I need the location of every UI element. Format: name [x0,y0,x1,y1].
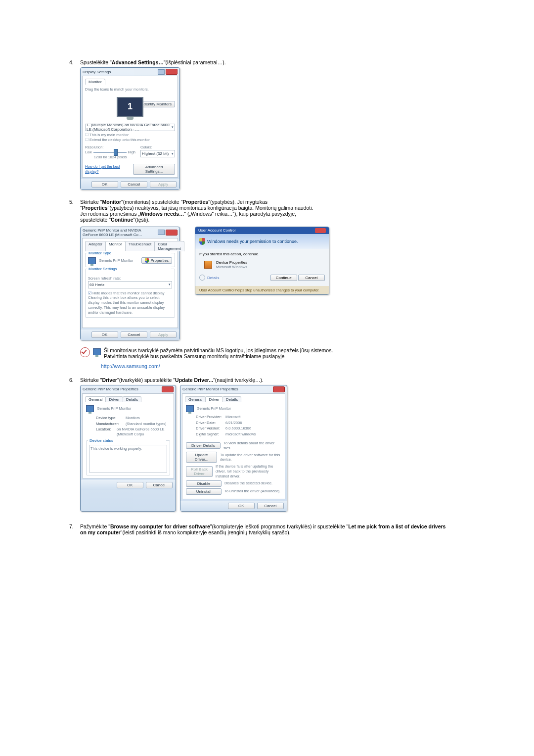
monsettings-label: Monitor Settings [87,267,171,271]
chevron-down-icon: ▾ [172,125,174,129]
step-7: 7. Pažymėkite "Browse my computer for dr… [69,523,450,535]
ok-button[interactable]: OK [228,503,255,509]
shield-icon [199,238,205,245]
cancel-button[interactable]: Cancel [121,331,147,338]
close-icon[interactable] [166,69,178,75]
monitor-icon [86,405,94,412]
pg-name: Generic PnP Monitor [97,406,131,411]
ok-button[interactable]: OK [91,181,118,188]
step-5-number: 5. [69,199,80,369]
monitor-icon [93,348,101,355]
maximize-icon[interactable] [158,230,165,235]
s7-e: "(leisti pasirinkti iš mano kompiuteryje… [121,529,291,535]
monitor-1-icon[interactable]: 1 [117,97,143,117]
ds-chk-extend[interactable]: Extend the desktop onto this monitor [85,138,175,142]
pd-name: Generic PnP Monitor [197,406,231,411]
tab-details[interactable]: Details [222,396,241,402]
tab-colormgmt[interactable]: Color Management [154,241,184,251]
note2: Patvirtinta tvarkyklė bus paskelbta Sams… [104,353,284,359]
s6-c: "(tvarkyklė) spustelėkite " [117,377,175,383]
best-display-link[interactable]: How do I get the best display? [85,164,133,174]
s6-d: Update Driver... [175,377,213,383]
tab-driver[interactable]: Driver [105,396,123,402]
uninstall-button[interactable]: Uninstall [186,488,222,495]
pg-title: Generic PnP Monitor Properties [83,387,161,391]
samsung-link[interactable]: http://www.samsung.com/ [101,363,160,369]
details-toggle[interactable]: Details [207,276,219,280]
chevron-down-icon: ▾ [169,283,171,286]
s5-c: "(monitorius) spustelėkite " [121,199,182,205]
cancel-button[interactable]: Cancel [121,181,147,188]
step-4-number: 4. [69,59,80,190]
cancel-button[interactable]: Cancel [257,503,284,509]
high-label: High [128,150,135,155]
tab-details[interactable]: Details [123,396,141,402]
v-sign: microsoft windows [225,432,256,437]
chevron-down-icon[interactable] [199,275,205,281]
s6-e: "(naujinti tvarkyklę…). [213,377,264,383]
step-6: 6. Skirtuke "Driver"(tvarkyklė) spustelė… [69,377,450,512]
uac-title: User Account Control [198,228,314,233]
update-driver-button[interactable]: Update Driver... [186,452,217,463]
close-icon[interactable] [162,386,174,392]
tab-troubleshoot[interactable]: Troubleshoot [125,241,155,251]
res-slider[interactable] [93,152,127,153]
s7-c: "(kompiuteryje ieškoti programos tvarkyk… [210,523,348,529]
note1: Ši monitoriaus tvarkyklė pažymėta patvir… [104,347,333,353]
cancel-button[interactable]: Cancel [146,482,173,488]
mp-title: Generic PnP Monitor and NVIDIA GeForce 6… [83,228,157,237]
refresh-label: Screen refresh rate: [88,276,172,281]
s5-k: “ („Windows“ reikia…“), kaip parodyta pa… [184,211,296,217]
s5-e: "(ypatybės). Jei mygtukas [208,199,267,205]
s5-h: "(ypatybės) neaktyvus, tai jūsų monitori… [108,205,313,211]
tab-driver[interactable]: Driver [205,396,222,402]
display-settings-dialog: Display Settings Monitor Drag the icons … [80,67,180,190]
ok-button[interactable]: OK [91,331,118,338]
driver-details-button[interactable]: Driver Details [186,442,221,449]
devstatus-box: This device is working properly. [89,445,167,472]
adapter-dropdown[interactable]: 1. (Multiple Monitors) on NVIDIA GeForce… [85,124,175,131]
uac-footer: User Account Control helps stop unauthor… [195,286,329,294]
ds-chk-main[interactable]: This is my main monitor [85,133,175,138]
close-icon[interactable] [273,386,285,392]
tab-general[interactable]: General [185,396,206,402]
step-4-bold: Advanced Settings… [112,59,164,65]
app-icon [204,261,212,269]
tab-monitor[interactable]: Monitor [105,241,126,251]
v-devtype: Monitors [126,416,140,421]
step-4-t2: "(išplėstiniai parametrai…). [164,59,226,65]
apply-button: Apply [150,181,177,188]
db-desc: Disables the selected device. [224,481,272,486]
s5-l: spustelėkite " [80,217,111,223]
disable-button[interactable]: Disable [186,480,222,487]
maximize-icon[interactable] [158,69,165,75]
properties-button[interactable]: Properties [141,257,172,264]
k-prov: Driver Provider: [196,415,225,420]
v-prov: Microsoft [225,415,240,420]
tab-general[interactable]: General [85,396,106,402]
tab-monitor[interactable]: Monitor [85,79,105,85]
ds-title: Display Settings [83,70,157,74]
step-5: 5. Skirtuke "Monitor"(monitorius) spuste… [69,199,450,369]
step-7-number: 7. [69,523,80,535]
dd-desc: To view details about the driver files. [223,441,281,451]
res-value: 1280 by 1024 pixels [85,155,135,160]
identify-monitors-button[interactable]: Identify Monitors [139,101,175,107]
refresh-dropdown[interactable]: 60 Hertz ▾ [88,281,172,288]
advanced-settings-button[interactable]: Advanced Settings... [133,164,175,175]
k-sign: Digital Signer: [196,432,225,437]
devstatus-label: Device status [88,438,166,443]
pnp-props-driver: Generic PnP Monitor Properties General D… [180,385,287,512]
close-icon[interactable] [315,228,326,233]
ok-button[interactable]: OK [117,482,143,488]
apply-button: Apply [150,331,177,338]
colors-dropdown[interactable]: Highest (32 bit) ▾ [140,150,175,157]
hide-modes-checkbox[interactable]: Hide modes that this monitor cannot disp… [88,291,172,296]
ds-instr: Drag the icons to match your monitors. [85,87,175,92]
v-ver: 6.0.6000.16386 [225,426,251,431]
montype-val: Generic PnP Monitor [99,258,133,263]
cancel-button[interactable]: Cancel [298,275,325,281]
tab-adapter[interactable]: Adapter [85,241,106,251]
close-icon[interactable] [166,230,178,236]
continue-button[interactable]: Continue [270,275,297,281]
